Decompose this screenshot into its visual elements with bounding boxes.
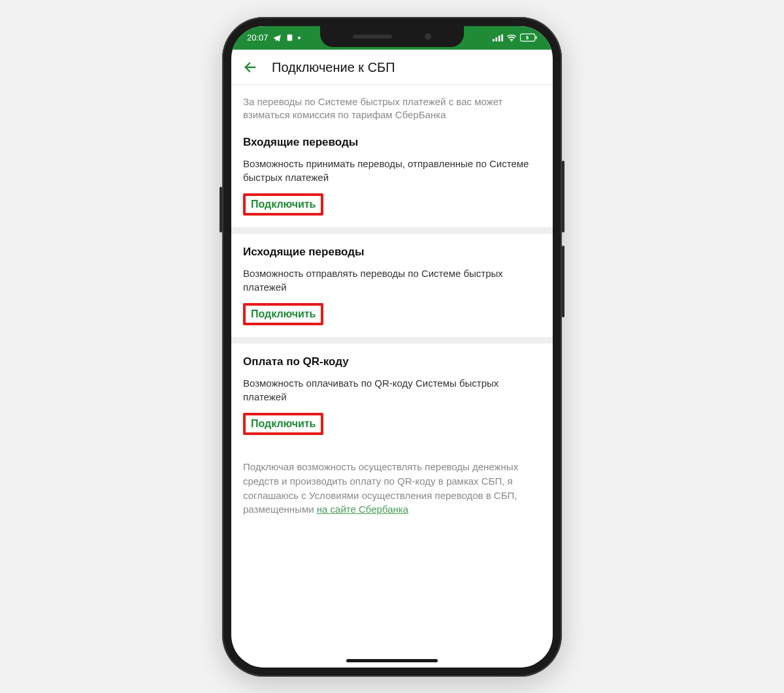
highlight-box: Подключить <box>243 193 323 216</box>
connect-button[interactable]: Подключить <box>251 199 316 210</box>
page-title: Подключение к СБП <box>272 60 395 75</box>
highlight-box: Подключить <box>243 303 323 325</box>
section-desc: Возможность принимать переводы, отправле… <box>243 157 541 184</box>
svg-rect-4 <box>501 34 503 41</box>
svg-rect-7 <box>536 36 537 39</box>
connect-button[interactable]: Подключить <box>251 308 316 319</box>
section-title: Исходящие переводы <box>243 246 541 259</box>
battery-icon: $ <box>520 33 537 42</box>
section-desc: Возможность отправлять переводы по Систе… <box>243 266 541 294</box>
intro-text: За переводы по Системе быстрых платежей … <box>231 85 553 133</box>
status-time: 20:07 <box>247 33 269 42</box>
svg-rect-1 <box>493 39 495 41</box>
svg-text:$: $ <box>526 35 529 40</box>
section-title: Оплата по QR-коду <box>243 355 541 368</box>
signal-icon <box>493 34 503 42</box>
svg-rect-3 <box>498 35 500 41</box>
wifi-icon <box>506 34 517 42</box>
section-qr: Оплата по QR-коду Возможность оплачивать… <box>231 344 553 447</box>
screen: 20:07 $ Подключение к СБП За переводы по… <box>231 26 553 668</box>
divider <box>231 337 553 344</box>
svg-rect-2 <box>495 37 497 41</box>
divider <box>231 227 553 234</box>
svg-point-5 <box>511 40 512 41</box>
home-indicator[interactable] <box>346 659 438 662</box>
connect-button[interactable]: Подключить <box>251 418 316 429</box>
footer-link[interactable]: на сайте Сбербанка <box>317 504 408 515</box>
app-header: Подключение к СБП <box>231 50 553 85</box>
footer-disclaimer: Подключая возможность осуществлять перев… <box>231 447 553 528</box>
doc-icon <box>286 33 294 42</box>
phone-frame: 20:07 $ Подключение к СБП За переводы по… <box>222 17 562 677</box>
section-outgoing: Исходящие переводы Возможность отправлят… <box>231 234 553 337</box>
dot-icon <box>298 37 301 39</box>
notch <box>320 26 464 47</box>
section-incoming: Входящие переводы Возможность принимать … <box>231 132 553 227</box>
telegram-icon <box>272 33 282 42</box>
highlight-box: Подключить <box>243 413 323 435</box>
content: За переводы по Системе быстрых платежей … <box>231 85 553 529</box>
section-title: Входящие переводы <box>243 136 541 149</box>
back-icon[interactable] <box>243 60 257 74</box>
section-desc: Возможность оплачивать по QR-коду Систем… <box>243 376 541 404</box>
svg-rect-0 <box>287 35 292 41</box>
